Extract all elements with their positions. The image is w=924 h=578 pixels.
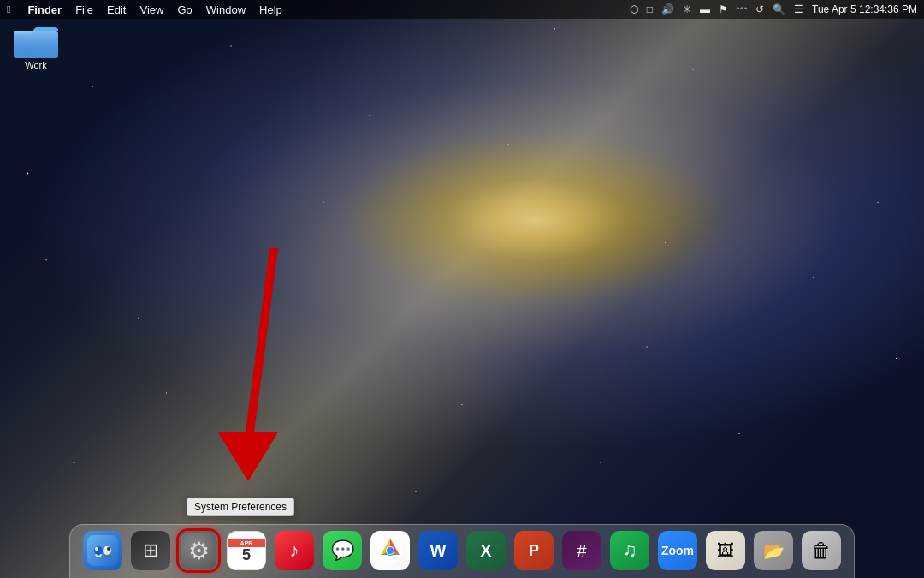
slack-dock-icon: # <box>562 531 601 570</box>
tooltip-text: System Preferences <box>194 501 287 513</box>
flag-icon[interactable]: ⚑ <box>719 3 728 15</box>
desktop-folder-work[interactable]: Work <box>5 19 67 74</box>
dock-item-zoom[interactable]: Zoom <box>655 528 700 573</box>
spotify-dock-icon: ♫ <box>610 531 649 570</box>
launchpad-dock-icon: ⊞ <box>131 531 170 570</box>
volume-icon[interactable]: 🔊 <box>661 3 674 15</box>
menubar-datetime: Tue Apr 5 12:34:36 PM <box>812 3 917 15</box>
menubar-finder[interactable]: Finder <box>27 3 62 16</box>
galaxy-arm-decoration <box>0 0 924 578</box>
svg-point-9 <box>107 547 110 551</box>
menubar-right: ⬡ □ 🔊 ✳ ▬ ⚑ 〰 ↺ 🔍 ☰ Tue Apr 5 12:34:36 P… <box>630 3 917 15</box>
word-dock-icon: W <box>418 531 458 570</box>
svg-point-13 <box>387 547 394 554</box>
music-dock-icon: ♪ <box>275 531 314 570</box>
dock-item-trash[interactable]: 🗑 <box>799 528 844 573</box>
svg-point-8 <box>95 547 98 551</box>
dock-item-files[interactable]: 📂 <box>751 528 796 573</box>
dock-item-slack[interactable]: # <box>560 528 604 573</box>
folder-work-label: Work <box>25 60 46 70</box>
bluetooth-icon[interactable]: ✳ <box>683 3 691 15</box>
menubar-edit[interactable]: Edit <box>107 3 126 16</box>
dock-item-powerpoint[interactable]: P <box>512 528 556 573</box>
messages-dock-icon: 💬 <box>323 531 362 570</box>
excel-dock-icon: X <box>466 531 506 570</box>
dock-item-music[interactable]: ♪ <box>272 528 317 573</box>
notification-icon[interactable]: ☰ <box>794 3 803 15</box>
dock-item-system-preferences[interactable]: ⚙ <box>176 528 221 573</box>
svg-point-7 <box>103 546 111 555</box>
folder-icon <box>14 22 58 58</box>
dock-item-chrome[interactable] <box>368 528 412 573</box>
apple-menu[interactable]:  <box>7 3 10 15</box>
dock: ⊞ ⚙ APR 5 ♪ 💬 <box>69 524 855 578</box>
menubar-window[interactable]: Window <box>206 3 246 16</box>
dropbox-icon[interactable]: ⬡ <box>630 3 638 15</box>
zoom-dock-icon: Zoom <box>658 531 697 570</box>
calendar-dock-icon: APR 5 <box>227 531 266 570</box>
dock-item-excel[interactable]: X <box>464 528 508 573</box>
wifi-icon[interactable]: 〰 <box>737 3 747 15</box>
menubar-view[interactable]: View <box>139 3 163 16</box>
menubar-help[interactable]: Help <box>259 3 282 16</box>
dock-item-word[interactable]: W <box>416 528 460 573</box>
system-preferences-tooltip: System Preferences <box>187 498 294 516</box>
menubar:  Finder File Edit View Go Window Help ⬡… <box>0 0 924 19</box>
svg-rect-1 <box>14 31 58 58</box>
dock-item-messages[interactable]: 💬 <box>320 528 364 573</box>
files-dock-icon: 📂 <box>754 531 793 570</box>
ppt-dock-icon: P <box>514 531 554 570</box>
dock-item-launchpad[interactable]: ⊞ <box>128 528 173 573</box>
finder-dock-icon <box>83 531 122 570</box>
gear-icon: ⚙ <box>188 537 210 565</box>
dock-item-spotify[interactable]: ♫ <box>607 528 652 573</box>
menubar-file[interactable]: File <box>75 3 93 16</box>
preview-dock-icon: 🖼 <box>706 531 745 570</box>
chrome-dock-icon <box>370 531 410 570</box>
menubar-left:  Finder File Edit View Go Window Help <box>7 3 282 16</box>
dock-item-preview[interactable]: 🖼 <box>703 528 748 573</box>
trash-dock-icon: 🗑 <box>802 531 841 570</box>
search-icon[interactable]: 🔍 <box>773 3 785 15</box>
dock-item-calendar[interactable]: APR 5 <box>224 528 269 573</box>
sysprefs-dock-icon: ⚙ <box>179 531 218 570</box>
time-machine-icon[interactable]: ↺ <box>755 3 764 15</box>
dock-item-finder[interactable] <box>80 528 125 573</box>
battery-icon[interactable]: ▬ <box>700 3 710 15</box>
menubar-go[interactable]: Go <box>177 3 192 16</box>
svg-point-6 <box>94 546 103 555</box>
screen-icon[interactable]: □ <box>647 3 653 15</box>
